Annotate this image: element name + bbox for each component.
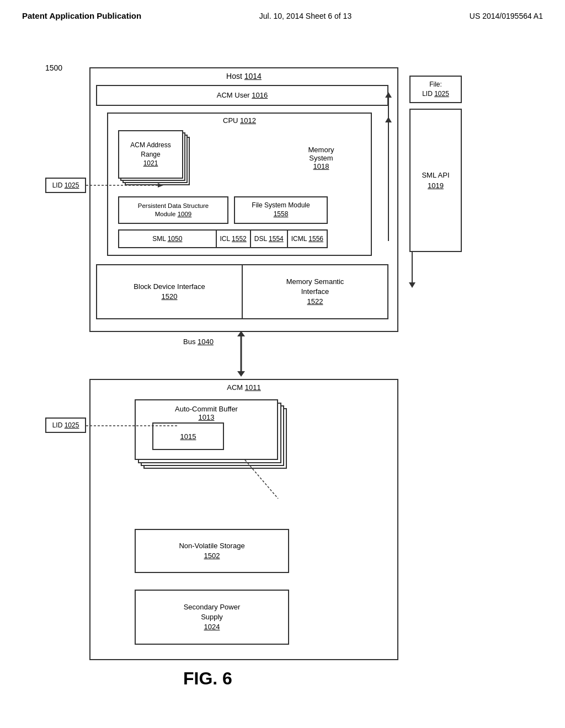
host-label: Host 1014 (90, 68, 397, 84)
icml-box: ICML 1556 (288, 229, 328, 248)
svg-line-11 (245, 460, 278, 499)
bus-label: Bus 1040 (183, 338, 214, 346)
bus-arrow (233, 334, 249, 378)
svg-marker-5 (385, 92, 392, 98)
persistent-data-box: Persistent Data StructureModule 1009 (118, 196, 228, 224)
page: Patent Application Publication Jul. 10, … (0, 0, 565, 728)
sml-row: SML 1050 ICL 1552 DSL 1554 ICML 1556 (118, 229, 328, 248)
icl-box: ICL 1552 (217, 229, 251, 248)
file-lid-box: File:LID 1025 (409, 76, 462, 103)
memory-up-arrow (365, 92, 412, 247)
sml-api-label: SML API1019 (409, 109, 462, 252)
dsl-box: DSL 1554 (251, 229, 288, 248)
interface-row: Block Device Interface1520 Memory Semant… (96, 264, 388, 319)
header-right: US 2014/0195564 A1 (470, 12, 543, 20)
sml-api-down-arrow (407, 252, 418, 296)
host-number: 1014 (244, 72, 262, 81)
acm-user-box: ACM User 1016 (96, 85, 388, 106)
svg-marker-7 (409, 282, 415, 288)
lid-bottom-arrow (86, 420, 196, 437)
acm-address-stack: ACM AddressRange1021 (118, 130, 190, 185)
header: Patent Application Publication Jul. 10, … (22, 11, 543, 20)
fig-label: FIG. 6 (183, 668, 232, 689)
lid-bottom-box: LID 1025 (45, 417, 86, 433)
acm-user-number: 1016 (252, 91, 268, 99)
auto-commit-stack: Auto-Commit Buffer1013 1015 (135, 399, 289, 510)
block-device-box: Block Device Interface1520 (97, 265, 243, 318)
header-left: Patent Application Publication (22, 11, 141, 20)
lid-top-box: LID 1025 (45, 178, 86, 193)
acm-address-box: ACM AddressRange1021 (118, 130, 183, 179)
non-volatile-box: Non-Volatile Storage1502 (135, 529, 289, 573)
sml-box: SML 1050 (118, 229, 217, 248)
memory-semantic-box: Memory SemanticInterface1522 (243, 265, 387, 318)
cpu-number: 1012 (240, 116, 256, 125)
host-outer-box: Host 1014 ACM User 1016 CPU 1012 ACM Add… (89, 67, 398, 332)
svg-marker-10 (237, 371, 245, 377)
stack-dotted-line (245, 460, 289, 515)
svg-marker-1 (158, 183, 163, 188)
label-1500: 1500 (45, 63, 62, 72)
file-system-box: File System Module1558 (234, 196, 328, 224)
lid-top-arrow (86, 181, 169, 197)
memory-system-box: MemorySystem1018 (282, 130, 360, 185)
secondary-power-box: Secondary PowerSupply1024 (135, 590, 289, 645)
header-center: Jul. 10, 2014 Sheet 6 of 13 (259, 12, 351, 20)
